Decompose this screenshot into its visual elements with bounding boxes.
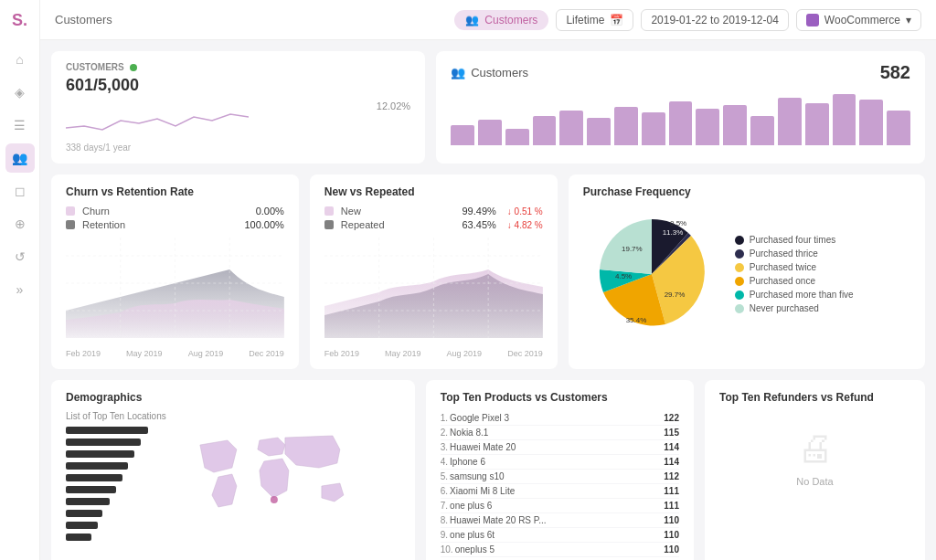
middle-row: Churn vs Retention Rate Churn 0.00% Rete…	[51, 174, 925, 369]
new-repeated-title: New vs Repeated	[324, 185, 543, 198]
pie-item-four: Purchased four times	[735, 235, 854, 245]
customers-tab[interactable]: 👥 Customers	[454, 10, 548, 30]
repeated-value: 63.45%	[462, 219, 495, 230]
pie-once-label: Purchased once	[750, 276, 815, 286]
sidebar-item-more[interactable]: »	[5, 275, 35, 304]
breadcrumb: Customers	[55, 13, 443, 26]
churn-retention-title: Churn vs Retention Rate	[66, 185, 284, 198]
sidebar-item-orders[interactable]: ⊕	[5, 209, 35, 238]
customers-tab-label: Customers	[484, 14, 537, 26]
product-10-count: 110	[664, 544, 679, 555]
product-3-name: 3.Huawei Mate 20	[441, 442, 516, 452]
source-selector[interactable]: WooCommerce ▾	[796, 9, 921, 31]
logo: S.	[12, 11, 27, 30]
xlabel-4: Dec 2019	[249, 349, 284, 358]
product-5-name: 5.samsung s10	[441, 471, 505, 481]
new-repeated-card: New vs Repeated New 99.49% ↓ 0.51 % Repe…	[310, 174, 558, 369]
demo-bar-4	[66, 462, 148, 470]
product-row-1: 1.Google Pixel 3 122	[441, 411, 679, 426]
top-products-card: Top Ten Products vs Customers 1.Google P…	[426, 380, 694, 560]
sidebar-item-analytics[interactable]: ◈	[5, 78, 35, 107]
repeated-change: ↓ 4.82 %	[507, 220, 543, 230]
bar-1	[451, 125, 474, 145]
product-6-name: 6.Xiaomi Mi 8 Lite	[441, 486, 515, 496]
svg-text:19.7%: 19.7%	[622, 245, 643, 253]
date-range[interactable]: 2019-01-22 to 2019-12-04	[641, 9, 788, 31]
demo-hbar-5	[66, 474, 122, 481]
pie-never-label: Never purchased	[750, 303, 819, 313]
product-row-6: 6.Xiaomi Mi 8 Lite 111	[441, 484, 679, 499]
demo-hbar-3	[66, 450, 134, 458]
nr-xlabel-2: May 2019	[385, 349, 421, 358]
no-data-area: 🖨 No Data	[719, 411, 910, 502]
demo-bar-10	[66, 534, 148, 541]
purchase-frequency-title: Purchase Frequency	[583, 185, 910, 198]
main-content: Customers 👥 Customers Lifetime 📅 2019-01…	[40, 0, 936, 560]
pie-twice-dot	[735, 263, 744, 272]
xlabel-3: Aug 2019	[188, 349, 224, 358]
calendar-icon: 📅	[610, 14, 623, 26]
demo-bar-7	[66, 498, 148, 505]
new-value: 99.49%	[462, 206, 495, 217]
pie-item-never: Never purchased	[735, 303, 854, 313]
sidebar: S. ⌂ ◈ ☰ 👥 ◻ ⊕ ↺ »	[0, 0, 40, 560]
top-refunders-card: Top Ten Refunders vs Refund 🖨 No Data	[705, 380, 925, 560]
bar-15	[833, 94, 856, 145]
customers-bar-header: 👥 Customers 582	[451, 62, 910, 83]
demo-bar-2	[66, 438, 148, 446]
demo-hbar-10	[66, 534, 91, 541]
bar-4	[533, 116, 557, 145]
pie-item-twice: Purchased twice	[735, 262, 854, 272]
customers-mini-chart: 12.02%	[66, 100, 410, 137]
repeated-dot	[324, 220, 334, 229]
churn-retention-legend: Churn 0.00% Retention 100.00%	[66, 206, 284, 230]
customers-bar-card: 👥 Customers 582	[436, 51, 925, 164]
pie-four-dot	[735, 236, 744, 245]
churn-xaxis: Feb 2019 May 2019 Aug 2019 Dec 2019	[66, 349, 284, 358]
demographics-title: Demographics	[66, 391, 400, 404]
bar-5	[559, 111, 583, 145]
product-row-8: 8.Huawei Mate 20 RS P... 110	[441, 513, 679, 528]
status-dot	[130, 64, 137, 71]
demographics-sub: List of Top Ten Locations	[66, 411, 400, 421]
sidebar-item-products[interactable]: ◻	[5, 176, 35, 206]
sidebar-item-reports[interactable]: ☰	[5, 111, 35, 140]
product-5-count: 112	[664, 471, 679, 481]
demo-hbar-2	[66, 438, 141, 446]
new-legend-item: New 99.49% ↓ 0.51 %	[324, 206, 543, 217]
purchase-frequency-card: Purchase Frequency	[569, 174, 925, 369]
product-7-count: 111	[664, 501, 679, 511]
bar-8	[642, 112, 665, 145]
pie-item-three: Purchased thrice	[735, 248, 854, 259]
customers-percent: 12.02%	[377, 100, 410, 111]
pie-five-dot	[735, 291, 744, 300]
product-3-count: 114	[664, 442, 679, 452]
product-6-count: 111	[664, 486, 679, 496]
demo-hbar-9	[66, 522, 98, 529]
demo-bar-9	[66, 522, 148, 529]
pie-five-label: Purchased more than five	[750, 290, 854, 300]
pie-once-dot	[735, 277, 744, 286]
sidebar-item-home[interactable]: ⌂	[5, 45, 35, 74]
lifetime-filter[interactable]: Lifetime 📅	[556, 9, 633, 31]
retention-legend-item: Retention 100.00%	[66, 219, 284, 230]
product-row-9: 9.one plus 6t 110	[441, 528, 679, 543]
new-change: ↓ 0.51 %	[507, 206, 543, 217]
customers-bar-chart	[451, 90, 910, 145]
svg-text:4.5%: 4.5%	[615, 272, 632, 280]
dashboard-content: CUSTOMERS 601/5,000 12.02% 338 days/1 ye…	[40, 40, 936, 560]
product-table: 1.Google Pixel 3 122 2.Nokia 8.1 115 3.H…	[441, 411, 679, 557]
bar-3	[505, 129, 529, 145]
customers-bar-icon: 👥	[451, 66, 465, 79]
bottom-row: Demographics List of Top Ten Locations	[51, 380, 925, 560]
demographics-card: Demographics List of Top Ten Locations	[51, 380, 415, 560]
repeated-legend-item: Repeated 63.45% ↓ 4.82 %	[324, 219, 543, 230]
product-2-count: 115	[664, 428, 679, 438]
product-row-10: 10.oneplus 5 110	[441, 543, 679, 557]
sidebar-item-customers[interactable]: 👥	[5, 143, 35, 173]
product-4-name: 4.Iphone 6	[441, 457, 485, 467]
churn-chart-area	[66, 238, 284, 347]
sidebar-item-refunds[interactable]: ↺	[5, 242, 35, 271]
svg-text:35.4%: 35.4%	[625, 316, 646, 324]
nr-xlabel-4: Dec 2019	[507, 349, 543, 358]
